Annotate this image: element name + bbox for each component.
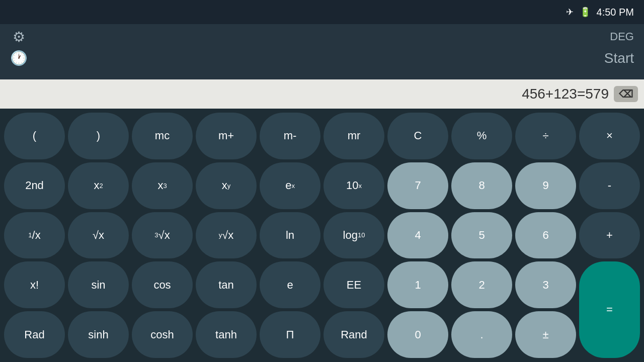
airplane-icon: ✈	[566, 7, 574, 18]
equals-button[interactable]: =	[579, 261, 640, 358]
ten-power-x-button[interactable]: 10x	[324, 162, 384, 209]
status-bar: ✈ 🔋 4:50 PM	[0, 0, 644, 24]
cosh-button[interactable]: cosh	[132, 311, 193, 358]
ee-button[interactable]: EE	[324, 261, 384, 308]
factorial-button[interactable]: x!	[4, 261, 65, 308]
tanh-button[interactable]: tanh	[196, 311, 257, 358]
deg-label: DEG	[610, 30, 634, 43]
start-label[interactable]: Start	[604, 50, 634, 66]
battery-icon: 🔋	[580, 7, 591, 18]
clear-button[interactable]: C	[387, 113, 448, 159]
e-power-x-button[interactable]: ex	[260, 162, 320, 209]
one-button[interactable]: 1	[387, 261, 448, 308]
backspace-button[interactable]: ⌫	[614, 86, 638, 102]
x-cubed-button[interactable]: x3	[132, 162, 193, 209]
settings-button[interactable]: ⚙	[10, 30, 28, 44]
keypad: ( ) mc m+ m- mr C % ÷ × 2nd x2 x3 xy ex …	[0, 109, 644, 362]
mc-button[interactable]: mc	[132, 113, 193, 159]
pi-button[interactable]: Π	[260, 311, 320, 358]
display: 456+123=579 ⌫	[0, 79, 644, 109]
toolbar-right: DEG Start	[604, 30, 634, 66]
six-button[interactable]: 6	[515, 212, 576, 259]
rand-button[interactable]: Rand	[324, 311, 384, 358]
decimal-button[interactable]: .	[451, 311, 512, 358]
divide-button[interactable]: ÷	[515, 113, 576, 159]
m-plus-button[interactable]: m+	[196, 113, 257, 159]
sin-button[interactable]: sin	[68, 261, 129, 308]
history-button[interactable]: 🕐	[10, 51, 28, 65]
toolbar-left-icons: ⚙ 🕐	[10, 30, 28, 65]
x-squared-button[interactable]: x2	[68, 162, 129, 209]
sinh-button[interactable]: sinh	[68, 311, 129, 358]
cos-button[interactable]: cos	[132, 261, 193, 308]
cbrt-button[interactable]: 3√x	[132, 212, 193, 259]
mr-button[interactable]: mr	[324, 113, 384, 159]
two-button[interactable]: 2	[451, 261, 512, 308]
yth-root-button[interactable]: y√x	[196, 212, 257, 259]
expression: 456+123=579	[522, 86, 609, 102]
zero-button[interactable]: 0	[387, 311, 448, 358]
toolbar: ⚙ 🕐 DEG Start	[0, 24, 644, 79]
status-time: 4:50 PM	[597, 7, 634, 18]
ln-button[interactable]: ln	[260, 212, 320, 259]
seven-button[interactable]: 7	[387, 162, 448, 209]
five-button[interactable]: 5	[451, 212, 512, 259]
minus-button[interactable]: -	[579, 162, 640, 209]
plus-minus-button[interactable]: ±	[515, 311, 576, 358]
open-paren-button[interactable]: (	[4, 113, 65, 159]
eight-button[interactable]: 8	[451, 162, 512, 209]
three-button[interactable]: 3	[515, 261, 576, 308]
tan-button[interactable]: tan	[196, 261, 257, 308]
four-button[interactable]: 4	[387, 212, 448, 259]
x-power-y-button[interactable]: xy	[196, 162, 257, 209]
nine-button[interactable]: 9	[515, 162, 576, 209]
multiply-button[interactable]: ×	[579, 113, 640, 159]
rad-button[interactable]: Rad	[4, 311, 65, 358]
percent-button[interactable]: %	[451, 113, 512, 159]
log10-button[interactable]: log10	[324, 212, 384, 259]
sqrt-button[interactable]: √x	[68, 212, 129, 259]
euler-button[interactable]: e	[260, 261, 320, 308]
close-paren-button[interactable]: )	[68, 113, 129, 159]
reciprocal-button[interactable]: 1/x	[4, 212, 65, 259]
m-minus-button[interactable]: m-	[260, 113, 320, 159]
second-button[interactable]: 2nd	[4, 162, 65, 209]
plus-button[interactable]: +	[579, 212, 640, 259]
